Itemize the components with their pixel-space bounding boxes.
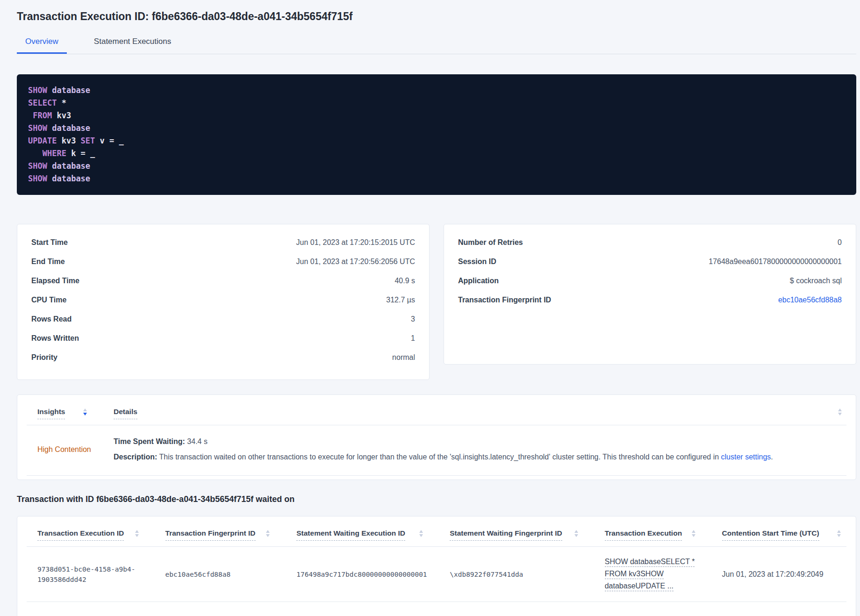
summary-row: Rows Read3	[31, 314, 415, 324]
column-header-transaction-execution-id[interactable]: Transaction Execution ID	[27, 516, 155, 546]
summary-row-value: 0	[838, 237, 842, 248]
description-label: Description:	[114, 453, 157, 461]
sort-icon[interactable]	[838, 408, 842, 415]
page-title: Transaction Execution ID: f6be6366-da03-…	[17, 10, 856, 23]
summary-row-value: Jun 01, 2023 at 17:20:56:2056 UTC	[296, 256, 415, 267]
summary-row: CPU Time312.7 µs	[31, 294, 415, 305]
summary-row: Transaction Fingerprint IDebc10ae56cfd88…	[458, 294, 842, 305]
column-header-transaction-execution[interactable]: Transaction Execution	[594, 516, 711, 546]
insights-table-header: Insights Details	[27, 395, 846, 425]
summary-row: Application$ cockroach sql	[458, 275, 842, 286]
summary-card-timing: Start TimeJun 01, 2023 at 17:20:15:2015 …	[17, 224, 430, 380]
insights-card: Insights Details High Contention Time Sp…	[17, 394, 856, 480]
column-label[interactable]: Transaction Execution ID	[37, 529, 124, 541]
transaction-details-page: Transaction Execution ID: f6be6366-da03-…	[0, 0, 860, 616]
sort-icon[interactable]	[135, 530, 139, 537]
sql-code-line: SHOW database	[28, 172, 845, 185]
sql-code-line: SHOW database	[28, 160, 845, 172]
summary-row-value: 1	[411, 333, 415, 344]
table-row: 9738d051-bc0e-4158-a9b4-1903586ddd42 ebc…	[27, 547, 846, 602]
summary-row-label: Number of Retries	[458, 237, 523, 248]
tab-overview-label: Overview	[25, 37, 58, 46]
cell-transaction-fingerprint-id: ebc10ae56cfd88a8	[155, 565, 286, 584]
column-header-transaction-fingerprint-id[interactable]: Transaction Fingerprint ID	[155, 516, 286, 546]
summary-card-session: Number of Retries0Session ID17648a9eea60…	[444, 224, 856, 365]
insight-type-badge: High Contention	[27, 445, 103, 454]
transaction-execution-link-line[interactable]: FROM kv3SHOW	[605, 569, 664, 579]
summary-row-value: $ cockroach sql	[790, 275, 842, 286]
summary-row-value: 17648a9eea6017800000000000000001	[709, 256, 842, 267]
summary-row: Rows Written1	[31, 333, 415, 344]
transaction-execution-link-line[interactable]: SHOW databaseSELECT *	[605, 557, 695, 567]
sql-code-line: UPDATE kv3 SET v = _	[28, 135, 845, 147]
summary-row: Start TimeJun 01, 2023 at 17:20:15:2015 …	[31, 237, 415, 248]
time-spent-waiting: Time Spent Waiting: 34.4 s	[114, 437, 832, 447]
tab-overview[interactable]: Overview	[17, 37, 67, 54]
column-label[interactable]: Transaction Execution	[605, 529, 682, 541]
column-label[interactable]: Statement Waiting Fingerprint ID	[450, 529, 562, 541]
summary-row: Elapsed Time40.9 s	[31, 275, 415, 286]
summary-row-label: Session ID	[458, 256, 496, 267]
summary-row: Number of Retries0	[458, 237, 842, 248]
waited-on-table-card: Transaction Execution ID Transaction Fin…	[17, 516, 856, 616]
sort-icon[interactable]	[266, 530, 270, 537]
column-header-details-label[interactable]: Details	[114, 407, 137, 419]
sql-code-line: FROM kv3	[28, 109, 845, 122]
cluster-settings-link[interactable]: cluster settings	[721, 453, 771, 461]
summary-row-label: Rows Read	[31, 314, 72, 324]
waited-on-heading: Transaction with ID f6be6366-da03-48de-a…	[17, 494, 856, 504]
summary-row-label: CPU Time	[31, 294, 66, 305]
cell-statement-waiting-execution-id: 176498a9c717bdc80000000000000001	[286, 565, 439, 584]
summary-row-value: normal	[392, 352, 415, 363]
sort-icon[interactable]	[574, 530, 578, 537]
column-header-statement-waiting-execution-id[interactable]: Statement Waiting Execution ID	[286, 516, 439, 546]
summary-row-value: 40.9 s	[394, 275, 415, 286]
column-header-details[interactable]: Details	[103, 395, 846, 425]
sql-code-line: WHERE k = _	[28, 147, 845, 160]
summary-cards: Start TimeJun 01, 2023 at 17:20:15:2015 …	[17, 224, 856, 380]
tab-statement-executions-label: Statement Executions	[94, 37, 171, 46]
column-header-statement-waiting-fingerprint-id[interactable]: Statement Waiting Fingerprint ID	[439, 516, 594, 546]
cell-statement-waiting-fingerprint-id: \xdb8922f077541dda	[439, 565, 594, 584]
time-spent-waiting-value: 34.4 s	[185, 437, 208, 445]
transaction-execution-link-line[interactable]: databaseUPDATE ...	[605, 581, 674, 591]
column-label[interactable]: Statement Waiting Execution ID	[296, 529, 405, 541]
sql-code-line: SHOW database	[28, 122, 845, 135]
sql-code-line: SELECT *	[28, 97, 845, 109]
column-header-contention-start-time[interactable]: Contention Start Time (UTC)	[711, 516, 846, 546]
insight-details: Time Spent Waiting: 34.4 s Description: …	[103, 437, 846, 462]
column-label[interactable]: Transaction Fingerprint ID	[165, 529, 256, 541]
summary-row-value: Jun 01, 2023 at 17:20:15:2015 UTC	[296, 237, 415, 248]
sort-icon[interactable]	[837, 530, 841, 537]
column-label[interactable]: Contention Start Time (UTC)	[722, 529, 819, 541]
time-spent-waiting-label: Time Spent Waiting:	[114, 437, 185, 445]
summary-row-value: 312.7 µs	[386, 294, 415, 305]
summary-row-label: Transaction Fingerprint ID	[458, 294, 551, 305]
summary-row-label: Start Time	[31, 237, 68, 248]
description-text: This transaction waited on other transac…	[157, 453, 721, 461]
transaction-sql-statements: SHOW databaseSELECT * FROM kv3SHOW datab…	[17, 74, 856, 195]
summary-row-label: End Time	[31, 256, 65, 267]
summary-row: Session ID17648a9eea60178000000000000000…	[458, 256, 842, 267]
transaction-fingerprint-link[interactable]: ebc10ae56cfd88a8	[778, 294, 842, 305]
summary-row: Prioritynormal	[31, 352, 415, 363]
sort-icon[interactable]	[83, 408, 87, 415]
summary-row: End TimeJun 01, 2023 at 17:20:56:2056 UT…	[31, 256, 415, 267]
summary-row-value: 3	[411, 314, 415, 324]
description-period: .	[771, 453, 773, 461]
insight-description: Description: This transaction waited on …	[114, 452, 832, 462]
sort-icon[interactable]	[692, 530, 695, 537]
sql-code-line: SHOW database	[28, 84, 845, 97]
cell-contention-start-time: Jun 01, 2023 at 17:20:49:2049	[711, 565, 846, 584]
column-header-insights-label[interactable]: Insights	[37, 407, 65, 419]
summary-row-label: Priority	[31, 352, 57, 363]
tab-bar: Overview Statement Executions	[17, 37, 856, 54]
tab-statement-executions[interactable]: Statement Executions	[86, 37, 179, 54]
waited-on-table-header: Transaction Execution ID Transaction Fin…	[27, 516, 846, 547]
column-header-insights[interactable]: Insights	[27, 395, 103, 425]
summary-row-label: Application	[458, 275, 499, 286]
summary-row-label: Elapsed Time	[31, 275, 79, 286]
summary-row-label: Rows Written	[31, 333, 79, 344]
transaction-execution-link[interactable]: SHOW databaseSELECT *FROM kv3SHOWdatabas…	[594, 552, 711, 596]
sort-icon[interactable]	[419, 530, 423, 537]
